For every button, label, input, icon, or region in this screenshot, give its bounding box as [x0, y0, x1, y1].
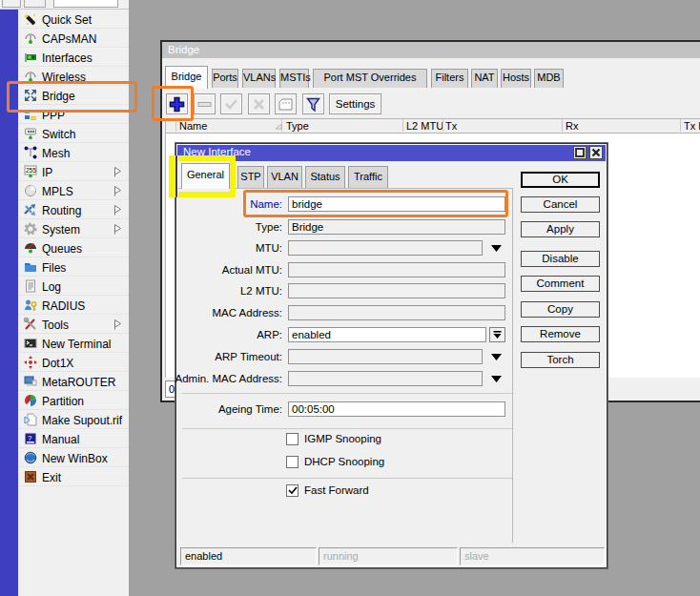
svg-text:255: 255	[26, 167, 36, 174]
svg-text:?: ?	[28, 434, 32, 442]
